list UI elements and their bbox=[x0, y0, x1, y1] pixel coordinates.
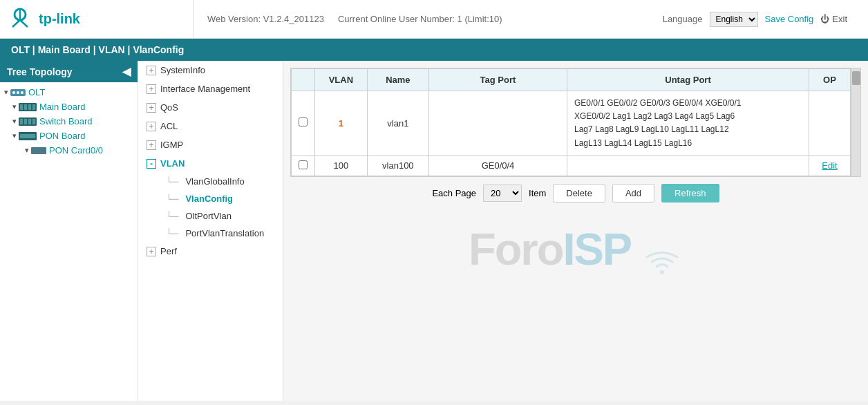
sidebar-tree: ▾ OLT ▾ bbox=[0, 82, 138, 160]
expand-switchboard-icon: ▾ bbox=[12, 117, 17, 126]
svg-point-6 bbox=[17, 91, 19, 94]
row2-vlan: 100 bbox=[315, 156, 368, 176]
exit-button[interactable]: ⏻ Exit bbox=[820, 14, 847, 24]
each-page-label: Each Page bbox=[432, 188, 476, 198]
nav-item-igmp[interactable]: + IGMP bbox=[138, 135, 283, 154]
collapse-arrow-icon[interactable]: ◀ bbox=[122, 65, 131, 78]
table-row: 100 vlan100 GE0/0/4 Edit bbox=[292, 156, 851, 176]
sidebar-item-pon-board[interactable]: ▾ PON Board bbox=[0, 129, 138, 143]
header-right: Language English Save Config ⏻ Exit bbox=[663, 12, 847, 27]
power-icon: ⏻ bbox=[820, 14, 829, 24]
sidebar-item-main-board[interactable]: ▾ Main Board bbox=[0, 100, 138, 114]
svg-rect-20 bbox=[31, 147, 46, 154]
col-tagport: Tag Port bbox=[429, 69, 567, 91]
row1-checkbox[interactable] bbox=[299, 117, 308, 126]
pon-card-icon bbox=[31, 147, 46, 154]
header: tp-link Web Version: V1.2.4_201123 Curre… bbox=[0, 0, 868, 39]
pon-board-label: PON Board bbox=[39, 131, 85, 141]
svg-rect-15 bbox=[24, 119, 27, 124]
row2-checkbox[interactable] bbox=[299, 160, 308, 169]
language-label: Language bbox=[663, 14, 703, 24]
nav-sub-vlan-global[interactable]: └─ VlanGlobalInfo bbox=[158, 173, 283, 190]
pagination-area: Each Page 20 10 50 100 Item Delete Add R… bbox=[290, 177, 861, 209]
nav-item-acl[interactable]: + ACL bbox=[138, 117, 283, 135]
dash-portvlan-icon: └─ bbox=[166, 228, 178, 238]
svg-rect-16 bbox=[28, 119, 31, 124]
nav-item-interface[interactable]: + Interface Management bbox=[138, 79, 283, 98]
expand-igmp-icon: + bbox=[147, 140, 156, 150]
sidebar-title: Tree Topology bbox=[7, 66, 73, 77]
nav-item-perf[interactable]: + Perf bbox=[138, 242, 283, 261]
row1-check[interactable] bbox=[292, 91, 315, 156]
dash-vlan-config-icon: └─ bbox=[166, 194, 178, 204]
svg-point-5 bbox=[12, 91, 15, 94]
row2-name: vlan100 bbox=[367, 156, 428, 176]
svg-rect-12 bbox=[32, 104, 35, 110]
nav-sub-oltportvlan[interactable]: └─ OltPortVlan bbox=[158, 207, 283, 225]
svg-rect-9 bbox=[20, 104, 23, 110]
switch-board-label: Switch Board bbox=[39, 116, 93, 126]
col-vlan: VLAN bbox=[315, 69, 368, 91]
dash-vlan-global-icon: └─ bbox=[166, 176, 178, 187]
svg-line-2 bbox=[12, 20, 20, 27]
delete-button[interactable]: Delete bbox=[553, 184, 605, 202]
table-scroll[interactable]: VLAN Name Tag Port Untag Port OP bbox=[291, 68, 851, 176]
row1-op bbox=[809, 91, 851, 156]
svg-line-3 bbox=[20, 20, 28, 27]
sidebar-header[interactable]: Tree Topology ◀ bbox=[0, 61, 138, 82]
row2-check[interactable] bbox=[292, 156, 315, 176]
item-label: Item bbox=[529, 188, 546, 198]
nav-item-vlan[interactable]: - VLAN bbox=[138, 154, 283, 173]
expand-perf-icon: + bbox=[147, 247, 156, 256]
row2-op[interactable]: Edit bbox=[809, 156, 851, 176]
add-button[interactable]: Add bbox=[612, 184, 654, 202]
row2-untagport bbox=[567, 156, 809, 176]
language-select[interactable]: English bbox=[710, 12, 758, 27]
edit-link[interactable]: Edit bbox=[822, 160, 837, 171]
svg-rect-14 bbox=[20, 119, 23, 124]
save-config-link[interactable]: Save Config bbox=[765, 14, 814, 24]
expand-acl-icon: + bbox=[147, 122, 156, 131]
expand-olt-icon: ▾ bbox=[4, 88, 8, 97]
router-icon bbox=[10, 88, 26, 97]
pon-board-icon bbox=[19, 132, 37, 140]
olt-label: OLT bbox=[28, 87, 45, 97]
row1-tagport bbox=[429, 91, 567, 156]
page-size-select[interactable]: 20 10 50 100 bbox=[483, 185, 522, 202]
nav-sub-vlan-config-label: VlanConfig bbox=[185, 194, 233, 204]
nav-item-sysinfo[interactable]: + SystemInfo bbox=[138, 61, 283, 79]
expand-qos-icon: + bbox=[147, 103, 156, 113]
nav-item-qos[interactable]: + QoS bbox=[138, 98, 283, 117]
expand-vlan-icon: - bbox=[147, 159, 156, 169]
nav-sub-vlan-config[interactable]: └─ VlanConfig bbox=[158, 190, 283, 207]
sidebar-item-pon-card[interactable]: ▾ PON Card0/0 bbox=[0, 143, 138, 158]
scrollbar-thumb[interactable] bbox=[852, 71, 860, 85]
nav-qos-label: QoS bbox=[160, 102, 178, 113]
table-scroll-container: VLAN Name Tag Port Untag Port OP bbox=[291, 68, 860, 176]
sidebar: Tree Topology ◀ ▾ OLT ▾ bbox=[0, 61, 138, 401]
web-version: Web Version: V1.2.4_201123 bbox=[207, 14, 324, 24]
svg-point-7 bbox=[21, 91, 23, 94]
expand-mainboard-icon: ▾ bbox=[12, 102, 17, 111]
svg-rect-17 bbox=[32, 119, 35, 124]
sidebar-item-olt[interactable]: ▾ OLT bbox=[0, 85, 138, 100]
col-check bbox=[292, 69, 315, 91]
logo-area: tp-link bbox=[7, 0, 194, 38]
watermark-text: ForoISP bbox=[469, 224, 641, 274]
watermark: ForoISP bbox=[290, 209, 861, 290]
dash-oltport-icon: └─ bbox=[166, 211, 178, 221]
refresh-button[interactable]: Refresh bbox=[661, 184, 719, 202]
board-icon bbox=[19, 103, 37, 111]
watermark-isp: SP bbox=[574, 224, 630, 274]
switch-icon bbox=[19, 117, 37, 126]
sidebar-item-switch-board[interactable]: ▾ Switch Board bbox=[0, 114, 138, 129]
row2-tagport: GE0/0/4 bbox=[429, 156, 567, 176]
expand-poncard-icon: ▾ bbox=[25, 146, 29, 155]
nav-igmp-label: IGMP bbox=[160, 140, 183, 150]
expand-ponboard-icon: ▾ bbox=[12, 131, 17, 140]
svg-rect-19 bbox=[20, 134, 35, 138]
nav-acl-label: ACL bbox=[160, 121, 178, 131]
nav-sub-portvlan[interactable]: └─ PortVlanTranslation bbox=[158, 225, 283, 242]
scrollbar[interactable] bbox=[851, 68, 860, 176]
svg-rect-11 bbox=[28, 104, 31, 110]
